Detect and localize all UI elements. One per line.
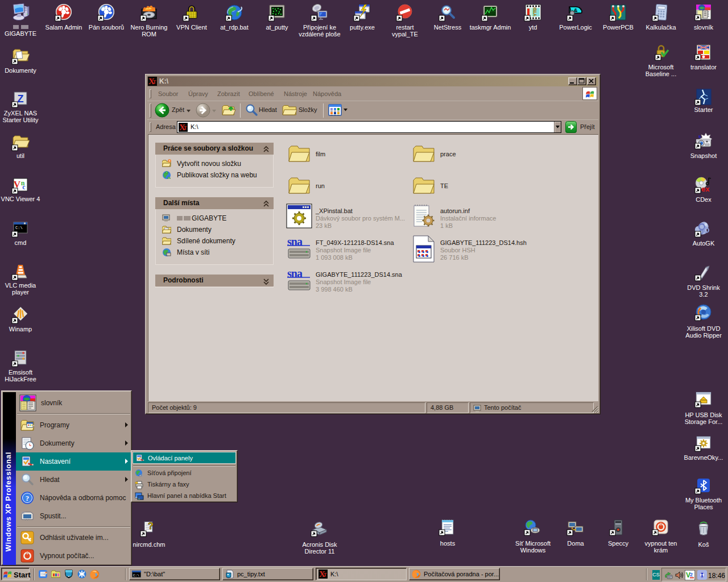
svg-text:T: T [324,572,327,577]
svg-text:C:\: C:\ [133,573,139,577]
svg-text:Z: Z [18,93,24,105]
svg-text:ex: ex [701,185,710,193]
svg-text:C:\: C:\ [15,226,23,230]
svg-text:T: T [153,80,156,85]
svg-text:?: ? [148,521,154,531]
svg-text:c: c [22,183,26,191]
svg-text:s: s [698,132,701,139]
svg-text:2: 2 [690,572,693,577]
svg-text:?: ? [26,494,30,502]
svg-text:T: T [184,126,187,131]
svg-text:YTD: YTD [532,7,537,16]
